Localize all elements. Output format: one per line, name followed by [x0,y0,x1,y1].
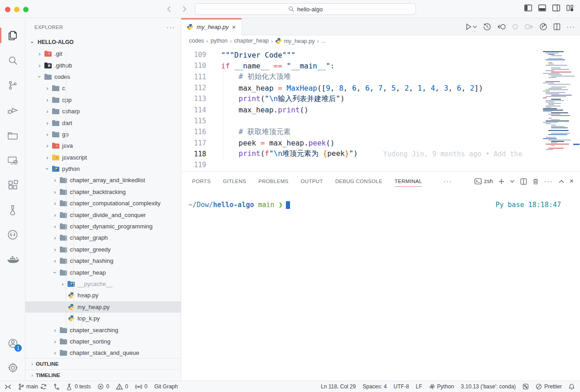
terminal-dropdown-icon[interactable] [510,179,515,183]
status-spaces-4[interactable]: Spaces: 4 [362,383,387,390]
tab-close-icon[interactable]: × [232,23,236,31]
status-lf[interactable]: LF [416,383,422,390]
activity-bar-explorer-icon[interactable] [0,24,25,47]
code-editor[interactable]: 109"""Driver Code"""110if __name__ == "_… [181,46,580,171]
file-history-icon[interactable] [483,23,491,31]
more-actions-icon[interactable]: ··· [566,23,575,30]
status-3-10-13-base-conda[interactable]: 3.10.13 ('base': conda) [461,383,516,390]
status-extension[interactable] [522,383,529,390]
settings-gear-icon[interactable] [0,356,25,379]
tree-item-top-k-py[interactable]: top_k.py [25,313,181,324]
maximize-panel-icon[interactable] [559,179,564,183]
tree-item-go[interactable]: ›go [25,129,181,140]
panel-tab-debug-console[interactable]: DEBUG CONSOLE [335,172,382,191]
tree-item-chapter-divide-and-conquer[interactable]: ›chapter_divide_and_conquer [25,209,181,220]
minimap[interactable] [543,46,575,155]
code-line-117[interactable]: 117 peek = max_heap.peek() [181,137,541,148]
gitlens-graph-icon[interactable] [539,23,547,31]
tree-item-chapter-heap[interactable]: ›chapter_heap [25,266,181,278]
tree-item-chapter-sorting[interactable]: ›chapter_sorting [25,336,181,347]
terminal-content[interactable]: ~/Dow/hello-algo main ❯ Py base 18:18:47 [181,191,580,209]
window-close-button[interactable] [5,7,10,12]
activity-bar-remote-explorer-icon[interactable] [0,149,25,171]
activity-bar-search-icon[interactable] [0,49,25,72]
code-line-118[interactable]: 118 print(f"\n堆顶元素为 {peek}")Yudong Jin, … [181,149,541,160]
tree-item-chapter-graph[interactable]: ›chapter_graph [25,232,181,243]
tree-item-chapter-computational-complexity[interactable]: ›chapter_computational_complexity [25,198,181,209]
tree-item--pycache-[interactable]: ›__pycache__ [25,278,181,290]
kill-terminal-icon[interactable] [532,178,539,185]
back-icon[interactable] [165,5,174,14]
run-python-file-icon[interactable] [465,23,477,30]
tree-item-csharp[interactable]: ›csharp [25,106,181,117]
code-line-111[interactable]: 111 # 初始化大顶堆 [181,72,541,82]
tree-root-hello-algo[interactable]: › HELLO-ALGO [25,36,181,48]
code-line-116[interactable]: 116 # 获取堆顶元素 [181,126,541,137]
breadcrumb-item[interactable]: codes [189,38,204,44]
code-line-110[interactable]: 110if __name__ == "__main__": [181,60,541,71]
tree-item-java[interactable]: ›java [25,140,181,151]
code-line-114[interactable]: 114 max_heap.print() [181,104,541,115]
panel-tab-ports[interactable]: PORTS [192,172,211,191]
tree-item-chapter-greedy[interactable]: ›chapter_greedy [25,244,181,255]
status-git-graph[interactable] [53,383,60,390]
code-line-119[interactable]: 119 [181,160,541,170]
toggle-panel-icon[interactable] [538,5,546,11]
status-prettier[interactable]: Prettier [536,383,562,390]
status-0[interactable]: 0 [97,383,109,390]
explorer-more-actions-icon[interactable]: ··· [166,24,175,31]
activity-bar-docker-icon[interactable] [0,248,25,271]
command-center-search[interactable]: hello-algo [195,3,416,15]
tree-item-chapter-array-and-linkedlist[interactable]: ›chapter_array_and_linkedlist [25,174,181,186]
status-utf-8[interactable]: UTF-8 [394,383,409,390]
tree-item-my-heap-py[interactable]: my_heap.py [25,301,181,313]
status-0[interactable]: 0 [116,383,128,390]
tree-item-cpp[interactable]: ›cpp [25,94,181,106]
window-minimize-button[interactable] [14,7,19,12]
tree-item-chapter-hashing[interactable]: ›chapter_hashing [25,255,181,266]
panel-tab-gitlens[interactable]: GITLENS [223,172,246,191]
sidebar-section-outline[interactable]: ›OUTLINE [25,358,181,369]
tab-my-heap[interactable]: my_heap.py × [181,18,242,35]
status-0[interactable]: 0 [135,383,148,390]
split-editor-icon[interactable] [553,23,561,30]
window-maximize-button[interactable] [23,7,29,12]
status-bell[interactable] [569,383,575,390]
tree-item-chapter-dynamic-programming[interactable]: ›chapter_dynamic_programming [25,221,181,232]
tree-item-chapter-stack-and-queue[interactable]: ›chapter_stack_and_queue [25,347,181,358]
customize-layout-icon[interactable] [566,5,574,11]
code-line-115[interactable]: 115 [181,116,541,126]
breadcrumb-item[interactable]: chapter_heap [234,38,269,44]
panel-tab-output[interactable]: OUTPUT [301,172,323,191]
tree-item-python[interactable]: ›python [25,163,181,174]
change-circle-icon[interactable] [512,24,518,30]
activity-bar-github-icon[interactable] [0,223,25,246]
toggle-secondary-sidebar-icon[interactable] [552,5,560,11]
next-change-icon[interactable] [524,23,533,30]
forward-icon[interactable] [179,5,188,14]
panel-more-actions-icon[interactable]: ··· [544,178,553,185]
toggle-sidebar-icon[interactable] [524,5,532,11]
activity-bar-run-debug-icon[interactable] [0,99,25,121]
code-line-112[interactable]: 112 max_heap = MaxHeap([9, 8, 6, 6, 7, 5… [181,82,541,93]
code-line-109[interactable]: 109"""Driver Code""" [181,49,541,60]
breadcrumb-item[interactable]: python [211,38,228,44]
activity-bar-project-folder-icon[interactable] [0,124,25,146]
breadcrumb-item[interactable]: my_heap.py [275,38,314,44]
activity-bar-testing-icon[interactable] [0,198,25,221]
tree-item--git[interactable]: ›.git [25,48,181,59]
shell-selector[interactable]: zsh [474,178,493,184]
tree-item-c[interactable]: ›c [25,82,181,94]
tree-item-chapter-backtracking[interactable]: ›chapter_backtracking [25,186,181,198]
code-line-113[interactable]: 113 print("\n输入列表并建堆后") [181,93,541,104]
tree-item-javascript[interactable]: ›javascript [25,152,181,163]
new-terminal-icon[interactable] [498,179,504,184]
tree-item-heap-py[interactable]: heap.py [25,290,181,301]
status-python[interactable]: Python [429,383,454,390]
status-git-graph[interactable]: Git Graph [154,383,178,390]
status-remote[interactable] [5,384,11,390]
sidebar-section-timeline[interactable]: ›TIMELINE [25,369,181,381]
breadcrumb-item[interactable]: ... [321,38,326,44]
status-0-tests[interactable]: 0 tests [67,383,91,390]
tree-item-codes[interactable]: ›codes [25,71,181,82]
